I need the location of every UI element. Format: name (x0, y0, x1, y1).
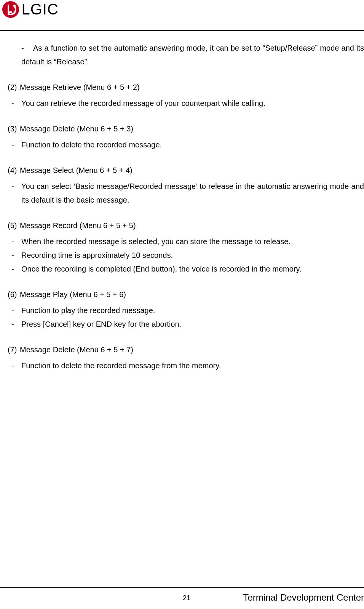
section-heading: (2)Message Retrieve (Menu 6 + 5 + 2) (8, 83, 364, 92)
bullet-dash: - (11, 262, 21, 276)
section-title: Message Delete (Menu 6 + 5 + 7) (20, 345, 133, 354)
page-number: 21 (107, 594, 267, 602)
section: (3)Message Delete (Menu 6 + 5 + 3)-Funct… (0, 125, 364, 152)
bullet-dash: - (11, 304, 21, 317)
page-content: - As a function to set the automatic ans… (0, 41, 364, 387)
list-item: -Recording time is approximately 10 seco… (21, 248, 364, 262)
section-number: (6) (8, 290, 20, 299)
bullet-dash: - (11, 317, 21, 331)
section-heading: (3)Message Delete (Menu 6 + 5 + 3) (8, 125, 364, 133)
section: (6)Message Play (Menu 6 + 5 + 6)-Functio… (0, 290, 364, 331)
bullet-text: Function to play the recorded message. (21, 306, 155, 315)
list-item: -Function to delete the recorded message… (21, 359, 364, 372)
footer-rule (0, 587, 364, 588)
section: (4)Message Select (Menu 6 + 5 + 4)-You c… (0, 166, 364, 207)
bullet-text: Recording time is approximately 10 secon… (21, 251, 173, 259)
lg-logo-icon (2, 1, 19, 18)
bullet-text: When the recorded message is selected, y… (21, 237, 291, 246)
section: (2)Message Retrieve (Menu 6 + 5 + 2)-You… (0, 83, 364, 110)
list-item: -You can retrieve the recorded message o… (21, 96, 364, 110)
bullet-text: As a function to set the automatic answe… (21, 44, 364, 66)
bullet-dash: - (11, 248, 21, 262)
bullet-dash: - (11, 96, 21, 110)
section-heading: (4)Message Select (Menu 6 + 5 + 4) (8, 166, 364, 175)
bullet-text: Once the recording is completed (End but… (21, 265, 302, 273)
bullet-dash: - (11, 138, 21, 152)
bullet-text: Press [Cancel] key or END key for the ab… (21, 320, 181, 328)
section-heading: (7)Message Delete (Menu 6 + 5 + 7) (8, 345, 364, 354)
list-item: -You can select ‘Basic message/Recorded … (21, 179, 364, 207)
bullet-text: Function to delete the recorded message … (21, 361, 221, 370)
document-page: LGIC - As a function to set the automati… (0, 0, 364, 609)
section: (5)Message Record (Menu 6 + 5 + 5)-When … (0, 221, 364, 276)
section-heading: (6)Message Play (Menu 6 + 5 + 6) (8, 290, 364, 299)
footer-right-text: Terminal Development Center (243, 592, 364, 603)
section-title: Message Select (Menu 6 + 5 + 4) (20, 166, 133, 174)
list-item: -When the recorded message is selected, … (21, 235, 364, 248)
bullet-text: You can retrieve the recorded message of… (21, 99, 265, 107)
section-number: (5) (8, 221, 20, 230)
section-title: Message Retrieve (Menu 6 + 5 + 2) (20, 83, 140, 91)
section-number: (7) (8, 345, 20, 354)
bullet-text: You can select ‘Basic message/Recorded m… (21, 182, 364, 204)
bullet-text: Function to delete the recorded message. (21, 141, 162, 149)
section-number: (2) (8, 83, 20, 92)
section-number: (4) (8, 166, 20, 175)
bullet-dash: - (11, 359, 21, 372)
list-item: -Function to play the recorded message. (21, 304, 364, 317)
list-item: -Once the recording is completed (End bu… (21, 262, 364, 276)
section: (7)Message Delete (Menu 6 + 5 + 7)-Funct… (0, 345, 364, 372)
list-item: -Press [Cancel] key or END key for the a… (21, 317, 364, 331)
list-item: -Function to delete the recorded message… (21, 138, 364, 152)
bullet-dash: - (11, 179, 21, 193)
page-header: LGIC (0, 0, 364, 31)
section-number: (3) (8, 125, 20, 133)
section-title: Message Record (Menu 6 + 5 + 5) (20, 221, 136, 230)
section-heading: (5)Message Record (Menu 6 + 5 + 5) (8, 221, 364, 230)
section-title: Message Play (Menu 6 + 5 + 6) (20, 290, 126, 299)
bullet-dash: - (11, 235, 21, 248)
brand-logo: LGIC (2, 1, 59, 18)
bullet-dash: - (21, 41, 31, 55)
list-item: - As a function to set the automatic ans… (21, 41, 364, 69)
brand-text: LGIC (21, 1, 58, 18)
section-title: Message Delete (Menu 6 + 5 + 3) (20, 125, 133, 133)
